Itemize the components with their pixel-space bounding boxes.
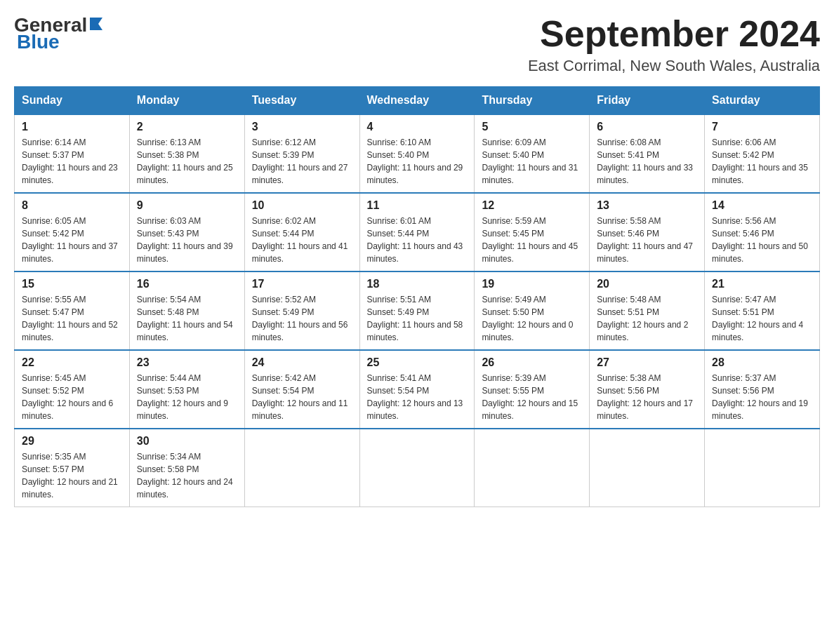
table-row: 9Sunrise: 6:03 AMSunset: 5:43 PMDaylight… (129, 193, 244, 271)
day-number: 20 (597, 278, 697, 290)
day-number: 17 (252, 278, 352, 290)
table-row: 3Sunrise: 6:12 AMSunset: 5:39 PMDaylight… (244, 114, 359, 193)
table-row: 4Sunrise: 6:10 AMSunset: 5:40 PMDaylight… (359, 114, 475, 193)
day-number: 15 (22, 278, 122, 290)
table-row: 17Sunrise: 5:52 AMSunset: 5:49 PMDayligh… (244, 271, 359, 350)
day-info: Sunrise: 5:48 AMSunset: 5:51 PMDaylight:… (597, 293, 697, 344)
day-info: Sunrise: 5:52 AMSunset: 5:49 PMDaylight:… (252, 293, 352, 344)
svg-marker-0 (90, 18, 102, 30)
table-row: 6Sunrise: 6:08 AMSunset: 5:41 PMDaylight… (590, 114, 705, 193)
table-row: 30Sunrise: 5:34 AMSunset: 5:58 PMDayligh… (129, 429, 244, 507)
day-info: Sunrise: 5:59 AMSunset: 5:45 PMDaylight:… (482, 215, 582, 265)
day-info: Sunrise: 6:02 AMSunset: 5:44 PMDaylight:… (252, 215, 352, 265)
calendar-week-row: 1Sunrise: 6:14 AMSunset: 5:37 PMDaylight… (15, 114, 820, 193)
day-number: 23 (137, 356, 237, 369)
location-title: East Corrimal, New South Wales, Australi… (528, 57, 820, 75)
day-number: 21 (712, 278, 812, 290)
day-info: Sunrise: 6:10 AMSunset: 5:40 PMDaylight:… (367, 136, 468, 187)
table-row: 11Sunrise: 6:01 AMSunset: 5:44 PMDayligh… (359, 193, 475, 271)
header-saturday: Saturday (705, 87, 820, 115)
table-row: 15Sunrise: 5:55 AMSunset: 5:47 PMDayligh… (15, 271, 130, 350)
table-row: 22Sunrise: 5:45 AMSunset: 5:52 PMDayligh… (15, 350, 130, 429)
day-number: 2 (137, 121, 237, 133)
day-number: 12 (482, 199, 582, 212)
day-number: 4 (367, 121, 468, 133)
table-row: 8Sunrise: 6:05 AMSunset: 5:42 PMDaylight… (15, 193, 130, 271)
day-number: 3 (252, 121, 352, 133)
day-info: Sunrise: 5:49 AMSunset: 5:50 PMDaylight:… (482, 293, 582, 344)
table-row: 24Sunrise: 5:42 AMSunset: 5:54 PMDayligh… (244, 350, 359, 429)
day-number: 18 (367, 278, 468, 290)
day-number: 1 (22, 121, 122, 133)
header-tuesday: Tuesday (244, 87, 359, 115)
day-info: Sunrise: 6:12 AMSunset: 5:39 PMDaylight:… (252, 136, 352, 187)
day-number: 6 (597, 121, 697, 133)
table-row (475, 429, 590, 507)
day-info: Sunrise: 5:34 AMSunset: 5:58 PMDaylight:… (137, 450, 237, 501)
day-number: 11 (367, 199, 468, 212)
day-number: 19 (482, 278, 582, 290)
table-row (590, 429, 705, 507)
day-info: Sunrise: 5:51 AMSunset: 5:49 PMDaylight:… (367, 293, 468, 344)
day-info: Sunrise: 6:01 AMSunset: 5:44 PMDaylight:… (367, 215, 468, 265)
header-friday: Friday (590, 87, 705, 115)
header-thursday: Thursday (475, 87, 590, 115)
calendar-week-row: 15Sunrise: 5:55 AMSunset: 5:47 PMDayligh… (15, 271, 820, 350)
table-row: 7Sunrise: 6:06 AMSunset: 5:42 PMDaylight… (705, 114, 820, 193)
table-row: 12Sunrise: 5:59 AMSunset: 5:45 PMDayligh… (475, 193, 590, 271)
table-row: 20Sunrise: 5:48 AMSunset: 5:51 PMDayligh… (590, 271, 705, 350)
table-row: 10Sunrise: 6:02 AMSunset: 5:44 PMDayligh… (244, 193, 359, 271)
day-info: Sunrise: 6:08 AMSunset: 5:41 PMDaylight:… (597, 136, 697, 187)
table-row: 16Sunrise: 5:54 AMSunset: 5:48 PMDayligh… (129, 271, 244, 350)
table-row: 2Sunrise: 6:13 AMSunset: 5:38 PMDaylight… (129, 114, 244, 193)
table-row: 29Sunrise: 5:35 AMSunset: 5:57 PMDayligh… (15, 429, 130, 507)
table-row: 25Sunrise: 5:41 AMSunset: 5:54 PMDayligh… (359, 350, 475, 429)
day-info: Sunrise: 6:09 AMSunset: 5:40 PMDaylight:… (482, 136, 582, 187)
page-header: General Blue September 2024 East Corrima… (14, 14, 820, 75)
table-row: 27Sunrise: 5:38 AMSunset: 5:56 PMDayligh… (590, 350, 705, 429)
day-info: Sunrise: 5:56 AMSunset: 5:46 PMDaylight:… (712, 215, 812, 265)
day-info: Sunrise: 6:03 AMSunset: 5:43 PMDaylight:… (137, 215, 237, 265)
table-row (359, 429, 475, 507)
day-number: 26 (482, 356, 582, 369)
logo-blue: Blue (17, 31, 60, 53)
day-info: Sunrise: 5:55 AMSunset: 5:47 PMDaylight:… (22, 293, 122, 344)
table-row: 1Sunrise: 6:14 AMSunset: 5:37 PMDaylight… (15, 114, 130, 193)
calendar-week-row: 8Sunrise: 6:05 AMSunset: 5:42 PMDaylight… (15, 193, 820, 271)
day-info: Sunrise: 5:45 AMSunset: 5:52 PMDaylight:… (22, 372, 122, 422)
day-info: Sunrise: 6:06 AMSunset: 5:42 PMDaylight:… (712, 136, 812, 187)
month-title: September 2024 (528, 14, 820, 54)
day-info: Sunrise: 5:42 AMSunset: 5:54 PMDaylight:… (252, 372, 352, 422)
table-row: 5Sunrise: 6:09 AMSunset: 5:40 PMDaylight… (475, 114, 590, 193)
day-info: Sunrise: 5:44 AMSunset: 5:53 PMDaylight:… (137, 372, 237, 422)
day-number: 27 (597, 356, 697, 369)
day-number: 14 (712, 199, 812, 212)
day-info: Sunrise: 5:35 AMSunset: 5:57 PMDaylight:… (22, 450, 122, 501)
day-info: Sunrise: 5:47 AMSunset: 5:51 PMDaylight:… (712, 293, 812, 344)
title-area: September 2024 East Corrimal, New South … (528, 14, 820, 75)
header-monday: Monday (129, 87, 244, 115)
table-row: 26Sunrise: 5:39 AMSunset: 5:55 PMDayligh… (475, 350, 590, 429)
header-wednesday: Wednesday (359, 87, 475, 115)
table-row (705, 429, 820, 507)
day-number: 8 (22, 199, 122, 212)
calendar-week-row: 22Sunrise: 5:45 AMSunset: 5:52 PMDayligh… (15, 350, 820, 429)
logo-flag-icon (88, 16, 104, 32)
day-number: 16 (137, 278, 237, 290)
header-sunday: Sunday (15, 87, 130, 115)
day-number: 29 (22, 435, 122, 448)
day-number: 13 (597, 199, 697, 212)
day-number: 24 (252, 356, 352, 369)
table-row: 21Sunrise: 5:47 AMSunset: 5:51 PMDayligh… (705, 271, 820, 350)
day-number: 9 (137, 199, 237, 212)
logo: General Blue (14, 14, 105, 53)
table-row: 18Sunrise: 5:51 AMSunset: 5:49 PMDayligh… (359, 271, 475, 350)
day-info: Sunrise: 6:13 AMSunset: 5:38 PMDaylight:… (137, 136, 237, 187)
day-info: Sunrise: 5:41 AMSunset: 5:54 PMDaylight:… (367, 372, 468, 422)
day-number: 5 (482, 121, 582, 133)
day-number: 7 (712, 121, 812, 133)
table-row: 19Sunrise: 5:49 AMSunset: 5:50 PMDayligh… (475, 271, 590, 350)
day-info: Sunrise: 5:39 AMSunset: 5:55 PMDaylight:… (482, 372, 582, 422)
calendar-table: Sunday Monday Tuesday Wednesday Thursday… (14, 86, 820, 507)
day-info: Sunrise: 5:58 AMSunset: 5:46 PMDaylight:… (597, 215, 697, 265)
